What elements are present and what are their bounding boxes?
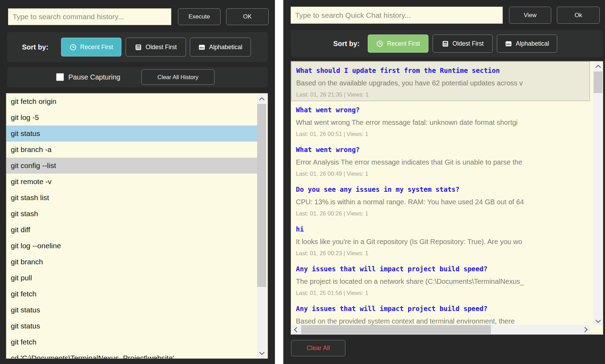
- command-search-input[interactable]: [8, 8, 171, 25]
- chevron-down-icon: [259, 349, 264, 355]
- chat-history-item[interactable]: What went wrong?What went wrong The erro…: [291, 101, 590, 141]
- chat-item-title: Any issues that will impact project buil…: [296, 263, 590, 275]
- command-list-item[interactable]: git remote -v: [6, 174, 257, 190]
- chat-sort-recent-first-label: Recent First: [387, 40, 420, 47]
- chat-history-item[interactable]: Any issues that will impact project buil…: [291, 260, 590, 300]
- scroll-down-button[interactable]: [593, 316, 603, 326]
- chat-item-meta: Last: 01, 26 00:26 | Views: 1: [296, 208, 590, 218]
- view-button[interactable]: View: [509, 7, 551, 24]
- ok-button[interactable]: OK: [226, 8, 269, 25]
- sort-oldest-first-button[interactable]: Oldest First: [126, 38, 186, 56]
- command-list-item[interactable]: git fetch: [6, 334, 257, 350]
- chevron-right-icon: [582, 327, 588, 332]
- ok-button-right[interactable]: Ok: [557, 7, 600, 24]
- sort-alphabetical-label: Alphabetical: [209, 44, 242, 51]
- command-list-item[interactable]: cd 'C:\Documents\TerminalNexus_Project\w…: [6, 350, 257, 359]
- sort-oldest-first-label: Oldest First: [145, 44, 177, 51]
- command-list-item[interactable]: git stash list: [6, 190, 257, 206]
- sort-by-label: Sort by:: [22, 43, 48, 51]
- chat-history-item[interactable]: Do you see any issues in my system stats…: [291, 181, 590, 220]
- command-list-item[interactable]: git status: [6, 318, 257, 334]
- command-list-scrollbar[interactable]: [257, 94, 266, 358]
- chat-rows: What should I update first from the Runt…: [291, 61, 603, 335]
- quick-chat-history-panel: View Ok Sort by: Recent First Oldest Fir…: [283, 0, 605, 364]
- pause-section: Pause Capturing Clear All History: [7, 67, 268, 87]
- calendar-grid-icon: [135, 44, 142, 51]
- chevron-down-icon: [595, 317, 601, 323]
- chat-item-title: What went wrong?: [296, 143, 590, 156]
- chat-item-meta: Last: 01, 26 00:51 | Views: 1: [296, 129, 590, 139]
- chat-history-item[interactable]: hiIt looks like you're in a Git reposito…: [291, 220, 590, 260]
- chat-item-preview: Error Analysis The error message indicat…: [296, 156, 590, 169]
- command-list: git fetch origingit log -5git statusgit …: [6, 93, 268, 359]
- clock-icon: [376, 40, 383, 47]
- scroll-right-button[interactable]: [581, 325, 590, 334]
- chevron-left-icon: [294, 327, 299, 332]
- chat-item-preview: Based on the available upgrades, you hav…: [296, 77, 590, 90]
- clear-all-history-button[interactable]: Clear All History: [141, 69, 215, 85]
- chat-item-meta: Last: 01, 26 00:23 | Views: 1: [296, 248, 590, 258]
- abc-icon: abc: [198, 44, 206, 51]
- calendar-grid-icon: [442, 40, 449, 47]
- scrollbar-thumb[interactable]: [257, 104, 266, 287]
- sort-section: Sort by: Recent First Oldest First: [7, 32, 268, 62]
- command-list-item[interactable]: git diff: [6, 222, 257, 238]
- chat-item-meta: Last: 01, 25 01:56 | Views: 1: [296, 288, 590, 298]
- chat-item-title: What should I update first from the Runt…: [296, 64, 590, 77]
- command-list-item[interactable]: git branch -a: [6, 142, 257, 158]
- clear-all-button[interactable]: Clear All: [291, 340, 345, 356]
- svg-text:abc: abc: [200, 46, 204, 49]
- command-list-item[interactable]: git status: [6, 126, 257, 142]
- chat-item-meta: Last: 01, 26 21:35 | Views: 1: [296, 90, 590, 99]
- chat-history-item[interactable]: What should I update first from the Runt…: [291, 61, 590, 101]
- scroll-up-button[interactable]: [257, 94, 266, 104]
- chat-item-meta: Last: 01, 26 00:49 | Views: 1: [296, 169, 590, 179]
- pause-capturing-checkbox[interactable]: [56, 73, 64, 81]
- clock-icon: [69, 44, 77, 51]
- chevron-up-icon: [259, 97, 264, 103]
- chat-history-list: What should I update first from the Runt…: [291, 61, 603, 335]
- command-list-item[interactable]: git fetch: [6, 286, 257, 302]
- chat-sort-oldest-first-label: Oldest First: [453, 40, 484, 47]
- execute-button[interactable]: Execute: [178, 8, 221, 25]
- chat-item-preview: It looks like you're in a Git repository…: [296, 235, 590, 248]
- sort-recent-first-button[interactable]: Recent First: [61, 38, 121, 56]
- scrollbar-thumb[interactable]: [593, 71, 603, 93]
- chat-history-item[interactable]: What went wrong?Error Analysis The error…: [291, 141, 590, 181]
- command-list-item[interactable]: git stash: [6, 206, 257, 222]
- command-list-item[interactable]: git pull: [6, 270, 257, 286]
- scroll-left-button[interactable]: [291, 325, 300, 334]
- chat-item-preview: The project is located on a network shar…: [296, 275, 590, 288]
- scroll-up-button[interactable]: [593, 62, 603, 71]
- command-list-item[interactable]: git fetch origin: [6, 93, 257, 109]
- chat-item-title: Do you see any issues in my system stats…: [296, 183, 590, 196]
- command-list-item[interactable]: git branch: [6, 254, 257, 270]
- svg-text:abc: abc: [506, 42, 511, 45]
- chat-sort-section: Sort by: Recent First Oldest First: [291, 30, 603, 57]
- command-rows: git fetch origingit log -5git statusgit …: [6, 93, 268, 359]
- chat-sort-recent-first-button[interactable]: Recent First: [368, 35, 428, 53]
- chat-list-vertical-scrollbar[interactable]: [593, 62, 603, 326]
- scrollbar-thumb[interactable]: [301, 325, 491, 334]
- command-list-item[interactable]: git status: [6, 302, 257, 318]
- chat-item-preview: CPU: 13% is within a normal range. RAM: …: [296, 196, 590, 208]
- sort-recent-first-label: Recent First: [80, 44, 113, 51]
- scroll-down-button[interactable]: [257, 348, 266, 358]
- chat-item-title: hi: [296, 223, 590, 235]
- chat-sort-alphabetical-label: Alphabetical: [516, 40, 549, 47]
- abc-icon: abc: [505, 40, 512, 47]
- chat-list-horizontal-scrollbar[interactable]: [291, 325, 590, 334]
- pause-capturing-label: Pause Capturing: [68, 73, 120, 81]
- chat-sort-alphabetical-button[interactable]: abc Alphabetical: [497, 35, 557, 53]
- command-list-item[interactable]: git log --oneline: [6, 238, 257, 254]
- chat-search-input[interactable]: [291, 7, 503, 24]
- chevron-up-icon: [595, 65, 601, 70]
- command-history-panel: Execute OK Sort by: Recent First Oldest …: [0, 0, 275, 364]
- chat-sort-oldest-first-button[interactable]: Oldest First: [433, 35, 493, 53]
- chat-item-title: What went wrong?: [296, 104, 590, 116]
- command-list-item[interactable]: git config --list: [6, 158, 257, 174]
- sort-alphabetical-button[interactable]: abc Alphabetical: [190, 38, 251, 56]
- command-list-item[interactable]: git log -5: [6, 109, 257, 126]
- chat-item-preview: What went wrong The error message fatal:…: [296, 116, 590, 129]
- chat-item-title: Any issues that will impact project buil…: [296, 302, 590, 315]
